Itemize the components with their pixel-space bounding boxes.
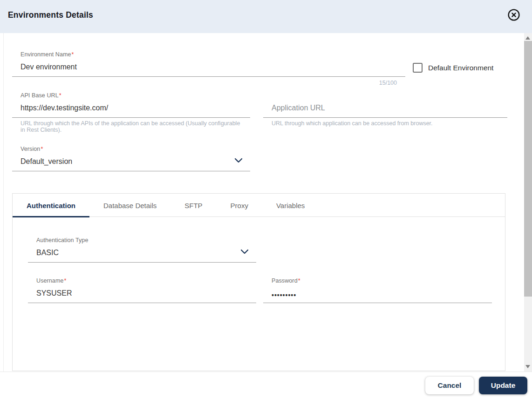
scrollbar-thumb[interactable] bbox=[524, 41, 532, 297]
circle-x-icon bbox=[507, 16, 520, 23]
api-base-url-label: API Base URL* bbox=[20, 92, 242, 99]
api-base-url-helper-text: URL through which the APIs of the applic… bbox=[20, 121, 242, 133]
api-base-url-field[interactable]: API Base URL* https://dev.testingsite.co… bbox=[12, 92, 250, 118]
password-field[interactable]: Password* ••••••••• bbox=[263, 277, 492, 303]
username-input[interactable]: SYSUSER bbox=[36, 288, 248, 303]
required-asterisk: * bbox=[59, 92, 61, 99]
dialog-footer: Cancel Update bbox=[0, 372, 532, 399]
environments-details-dialog: Environments Details Environment Name* D… bbox=[0, 0, 532, 399]
cancel-button[interactable]: Cancel bbox=[425, 377, 474, 394]
authentication-type-select[interactable]: BASIC bbox=[36, 248, 248, 262]
required-asterisk: * bbox=[298, 277, 300, 284]
chevron-down-icon[interactable] bbox=[234, 156, 243, 162]
character-counter: 15/100 bbox=[379, 80, 397, 86]
dialog-header: Environments Details bbox=[0, 0, 532, 33]
environment-name-field[interactable]: Environment Name* Dev environment 15/100 bbox=[12, 51, 405, 77]
vertical-scrollbar[interactable] bbox=[524, 33, 532, 372]
close-button[interactable] bbox=[507, 8, 520, 21]
default-environment-label: Default Environment bbox=[428, 64, 493, 72]
application-url-label bbox=[272, 92, 499, 99]
scroll-up-arrow-icon[interactable] bbox=[525, 36, 530, 40]
tab-sftp[interactable]: SFTP bbox=[171, 194, 216, 217]
tab-authentication[interactable]: Authentication bbox=[13, 194, 89, 217]
update-button[interactable]: Update bbox=[479, 377, 527, 394]
required-asterisk: * bbox=[64, 277, 66, 284]
version-select[interactable]: Default_version bbox=[20, 156, 242, 171]
tab-proxy[interactable]: Proxy bbox=[217, 194, 262, 217]
checkbox-unchecked-icon[interactable] bbox=[413, 63, 423, 73]
application-url-input[interactable]: Application URL bbox=[272, 103, 499, 117]
authentication-type-label: Authentication Type bbox=[36, 237, 248, 243]
chevron-down-icon[interactable] bbox=[240, 248, 249, 253]
scroll-down-arrow-icon[interactable] bbox=[525, 365, 530, 368]
api-base-url-input[interactable]: https://dev.testingsite.com/ bbox=[20, 103, 242, 117]
tab-variables[interactable]: Variables bbox=[262, 194, 319, 217]
version-field[interactable]: Version* Default_version bbox=[12, 146, 250, 171]
password-label: Password* bbox=[272, 277, 484, 284]
environment-name-input[interactable]: Dev environment bbox=[20, 62, 397, 76]
version-label: Version* bbox=[20, 146, 242, 152]
details-tab-panel: Authentication Database Details SFTP Pro… bbox=[12, 193, 505, 371]
required-asterisk: * bbox=[41, 146, 43, 152]
password-input[interactable]: ••••••••• bbox=[272, 288, 484, 303]
tab-database-details[interactable]: Database Details bbox=[89, 194, 171, 217]
application-url-field[interactable]: Application URL URL through which applic… bbox=[263, 92, 507, 118]
authentication-type-field[interactable]: Authentication Type BASIC bbox=[28, 237, 256, 263]
username-label: Username* bbox=[36, 277, 248, 284]
environment-name-label: Environment Name* bbox=[20, 51, 397, 58]
username-field[interactable]: Username* SYSUSER bbox=[28, 277, 256, 303]
default-environment-checkbox-row[interactable]: Default Environment bbox=[413, 63, 493, 73]
dialog-title: Environments Details bbox=[8, 10, 93, 20]
tab-bar: Authentication Database Details SFTP Pro… bbox=[13, 194, 505, 217]
scroll-area-edge bbox=[3, 33, 4, 372]
required-asterisk: * bbox=[72, 51, 74, 58]
application-url-helper-text: URL through which application can be acc… bbox=[272, 121, 499, 127]
